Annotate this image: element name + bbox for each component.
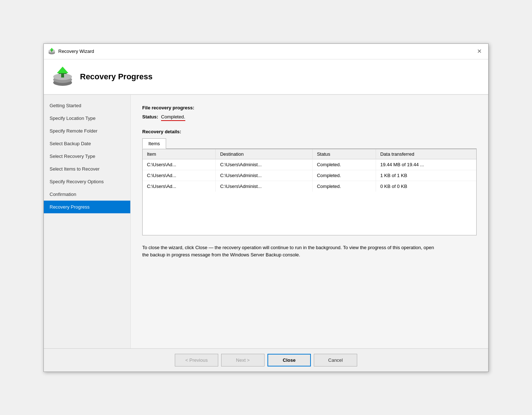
recovery-details-label: Recovery details: — [142, 129, 477, 134]
table-empty-space — [143, 192, 476, 235]
table-cell: C:\Users\Administ... — [216, 181, 313, 192]
title-bar-left: Recovery Wizard — [48, 48, 94, 55]
wizard-header: Recovery Progress — [44, 59, 488, 95]
table-cell: Completed. — [312, 181, 376, 192]
close-button[interactable]: Close — [267, 354, 311, 366]
sidebar-item[interactable]: Select Recovery Type — [44, 150, 130, 163]
table-col-header: Data transferred — [376, 149, 476, 159]
sidebar-item[interactable]: Specify Location Type — [44, 112, 130, 125]
table-cell: Completed. — [312, 170, 376, 181]
sidebar: Getting StartedSpecify Location TypeSpec… — [44, 95, 131, 348]
window-title: Recovery Wizard — [58, 49, 94, 54]
wizard-icon — [48, 48, 55, 55]
table-row: C:\Users\Ad...C:\Users\Administ...Comple… — [143, 181, 476, 192]
items-table: ItemDestinationStatusData transferred C:… — [143, 149, 476, 192]
sidebar-item[interactable]: Specify Recovery Options — [44, 175, 130, 188]
items-tab[interactable]: Items — [142, 138, 166, 149]
previous-button[interactable]: < Previous — [175, 354, 218, 366]
items-table-container: ItemDestinationStatusData transferred C:… — [142, 149, 477, 235]
table-row: C:\Users\Ad...C:\Users\Administ...Comple… — [143, 170, 476, 181]
page-title: Recovery Progress — [80, 72, 153, 81]
table-col-header: Status — [312, 149, 376, 159]
sidebar-item[interactable]: Select Items to Recover — [44, 163, 130, 175]
sidebar-item[interactable]: Getting Started — [44, 99, 130, 112]
cancel-button[interactable]: Cancel — [314, 354, 357, 366]
status-key: Status: — [142, 114, 158, 120]
table-cell: C:\Users\Ad... — [143, 170, 216, 181]
table-body: C:\Users\Ad...C:\Users\Administ...Comple… — [143, 159, 476, 192]
sidebar-item[interactable]: Recovery Progress — [44, 201, 130, 213]
svg-marker-4 — [50, 48, 54, 50]
window-close-button[interactable]: ✕ — [474, 47, 484, 56]
sidebar-item[interactable]: Confirmation — [44, 188, 130, 201]
footer-note: To close the wizard, click Close — the r… — [142, 244, 439, 259]
table-cell: C:\Users\Ad... — [143, 181, 216, 192]
recovery-wizard-window: Recovery Wizard ✕ Recovery Progress Gett… — [43, 43, 489, 372]
sidebar-item[interactable]: Specify Remote Folder — [44, 125, 130, 137]
status-row: Status: Completed. — [142, 114, 477, 121]
table-cell: C:\Users\Administ... — [216, 170, 313, 181]
header-row: ItemDestinationStatusData transferred — [143, 149, 476, 159]
table-cell: 1 KB of 1 KB — [376, 170, 476, 181]
table-cell: C:\Users\Administ... — [216, 159, 313, 170]
table-cell: Completed. — [312, 159, 376, 170]
main-content: File recovery progress: Status: Complete… — [131, 95, 488, 348]
wizard-body: Getting StartedSpecify Location TypeSpec… — [44, 95, 488, 348]
tab-strip: Items — [142, 138, 477, 149]
svg-marker-9 — [57, 67, 68, 73]
table-cell: 0 KB of 0 KB — [376, 181, 476, 192]
title-bar: Recovery Wizard ✕ — [44, 44, 488, 59]
progress-label: File recovery progress: — [142, 105, 477, 110]
table-row: C:\Users\Ad...C:\Users\Administ...Comple… — [143, 159, 476, 170]
bottom-bar: < Previous Next > Close Cancel — [44, 348, 488, 372]
table-header: ItemDestinationStatusData transferred — [143, 149, 476, 159]
status-value: Completed. — [161, 114, 185, 121]
next-button[interactable]: Next > — [221, 354, 265, 366]
table-col-header: Destination — [216, 149, 313, 159]
table-cell: C:\Users\Ad... — [143, 159, 216, 170]
header-recovery-icon — [52, 67, 73, 87]
table-cell: 19.44 MB of 19.44 ... — [376, 159, 476, 170]
table-col-header: Item — [143, 149, 216, 159]
sidebar-item[interactable]: Select Backup Date — [44, 137, 130, 150]
